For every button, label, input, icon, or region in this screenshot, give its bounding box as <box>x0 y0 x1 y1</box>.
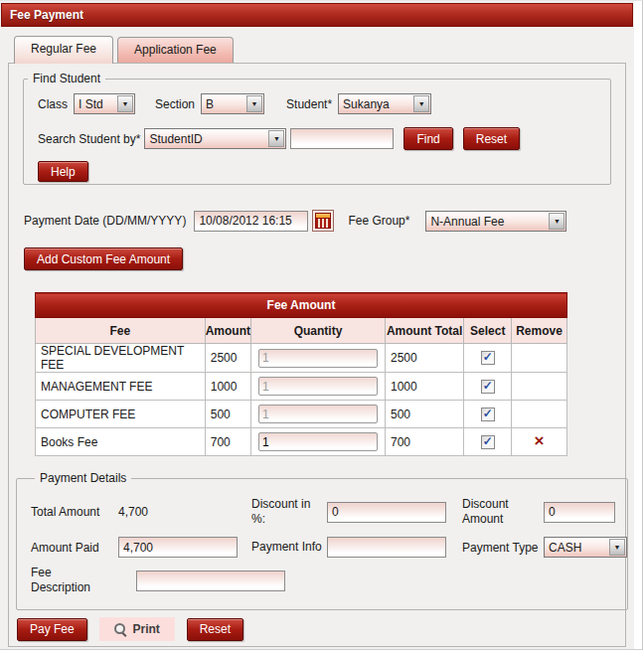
discount-pct-input[interactable] <box>327 502 446 523</box>
payment-details-row2: Amount Paid Payment Info Payment Type CA… <box>31 537 627 558</box>
column-header-amount-total: Amount Total <box>385 318 463 344</box>
checkmark-icon: ✓ <box>483 434 493 448</box>
pay-fee-button[interactable]: Pay Fee <box>17 618 87 641</box>
fee-group-select-value: N-Annual Fee <box>426 212 548 231</box>
fee-description-label: Fee Description <box>31 566 100 595</box>
amount-paid-input[interactable] <box>118 537 238 558</box>
payment-type-select[interactable]: CASH ▼ <box>544 537 627 558</box>
quantity-input[interactable] <box>258 405 378 423</box>
quantity-input[interactable] <box>258 349 378 368</box>
calendar-icon[interactable] <box>312 210 334 232</box>
window-title: Fee Payment <box>10 8 83 22</box>
find-button[interactable]: Find <box>403 127 452 150</box>
chevron-down-icon: ▼ <box>246 95 262 112</box>
search-by-select-value: StudentID <box>145 129 267 148</box>
fee-name-cell: MANAGEMENT FEE <box>36 373 206 401</box>
fee-amount-total-cell: 2500 <box>385 344 463 373</box>
payment-details-row3: Fee Description <box>31 566 627 595</box>
tab-application-fee[interactable]: Application Fee <box>117 37 234 63</box>
reset-search-button[interactable]: Reset <box>463 127 520 150</box>
table-row: Books Fee 700 700 ✓ × <box>36 428 567 456</box>
fee-payment-window: Fee Payment Regular Fee Application Fee … <box>0 1 634 649</box>
chevron-down-icon: ▼ <box>117 95 133 112</box>
fee-amount-cell: 500 <box>205 401 250 428</box>
table-row: COMPUTER FEE 500 500 ✓ × <box>36 401 567 428</box>
payment-info-input[interactable] <box>327 537 446 558</box>
fee-amount-total-cell: 500 <box>385 401 463 428</box>
page-frame: Fee Payment Regular Fee Application Fee … <box>0 0 643 650</box>
print-button-label: Print <box>133 622 160 636</box>
student-select[interactable]: Sukanya ▼ <box>338 93 431 114</box>
fee-name-cell: SPECIAL DEVELOPMENT FEE <box>36 344 206 373</box>
column-header-remove: Remove <box>512 318 567 344</box>
section-select[interactable]: B ▼ <box>201 93 264 114</box>
select-checkbox[interactable]: ✓ <box>481 351 495 365</box>
class-label: Class <box>38 97 68 111</box>
fee-name-cell: Books Fee <box>36 428 206 456</box>
add-custom-fee-button[interactable]: Add Custom Fee Amount <box>24 247 183 270</box>
fee-table: Fee Amount Fee Amount Quantity Amount To… <box>35 292 567 456</box>
quantity-input[interactable] <box>258 377 378 396</box>
window-titlebar: Fee Payment <box>1 3 633 27</box>
magnifier-icon <box>114 623 126 635</box>
checkmark-icon: ✓ <box>483 379 493 393</box>
fee-group-select[interactable]: N-Annual Fee ▼ <box>425 211 566 232</box>
chevron-down-icon: ▼ <box>609 539 625 556</box>
column-header-amount: Amount <box>205 318 250 344</box>
help-button[interactable]: Help <box>38 161 88 182</box>
discount-pct-label: Discount in %: <box>251 497 327 527</box>
discount-amount-input[interactable] <box>544 502 615 523</box>
search-input[interactable] <box>290 128 394 149</box>
remove-icon[interactable]: × <box>535 431 545 450</box>
tab-regular-fee[interactable]: Regular Fee <box>14 36 113 64</box>
fee-group-label: Fee Group* <box>348 214 409 228</box>
find-student-fieldset: Find Student Class I Std ▼ Section B ▼ S… <box>23 72 611 185</box>
amount-paid-label: Amount Paid <box>31 541 118 555</box>
select-checkbox[interactable]: ✓ <box>481 435 495 449</box>
class-select[interactable]: I Std ▼ <box>74 93 135 114</box>
chevron-down-icon: ▼ <box>549 213 564 230</box>
total-amount-value: 4,700 <box>118 505 148 519</box>
select-checkbox[interactable]: ✓ <box>481 408 495 421</box>
quantity-input[interactable] <box>258 432 378 451</box>
find-student-row3: Help <box>24 161 610 182</box>
fee-table-body: SPECIAL DEVELOPMENT FEE 2500 2500 ✓ × MA… <box>36 344 567 456</box>
find-student-legend: Find Student <box>28 72 105 85</box>
table-row: MANAGEMENT FEE 1000 1000 ✓ × <box>36 373 567 401</box>
chevron-down-icon: ▼ <box>268 130 284 147</box>
search-by-select[interactable]: StudentID ▼ <box>144 128 286 149</box>
select-checkbox[interactable]: ✓ <box>481 380 495 394</box>
payment-date-input[interactable] <box>194 211 308 232</box>
payment-type-label: Payment Type <box>462 541 544 555</box>
section-label: Section <box>155 97 195 111</box>
fee-name-cell: COMPUTER FEE <box>36 401 206 428</box>
table-row: SPECIAL DEVELOPMENT FEE 2500 2500 ✓ × <box>36 344 567 373</box>
fee-description-input[interactable] <box>136 570 285 591</box>
find-student-row1: Class I Std ▼ Section B ▼ Student* Sukan… <box>24 93 610 114</box>
column-header-quantity: Quantity <box>251 318 386 344</box>
find-student-row2: Search Student by* StudentID ▼ Find Rese… <box>24 127 610 150</box>
fee-table-title: Fee Amount <box>36 293 567 318</box>
payment-details-legend: Payment Details <box>35 471 131 485</box>
fee-amount-total-cell: 1000 <box>385 373 463 401</box>
tab-panel: Find Student Class I Std ▼ Section B ▼ S… <box>8 63 626 647</box>
column-header-select: Select <box>464 318 512 344</box>
student-label: Student* <box>286 97 332 111</box>
section-select-value: B <box>202 94 245 113</box>
checkmark-icon: ✓ <box>483 407 493 420</box>
fee-amount-cell: 1000 <box>205 373 250 401</box>
fee-amount-total-cell: 700 <box>385 428 463 456</box>
payment-date-row: Payment Date (DD/MM/YYYY) Fee Group* N-A… <box>24 210 625 232</box>
footer-actions: Pay Fee Print Reset <box>17 617 625 641</box>
payment-info-label: Payment Info <box>251 540 327 555</box>
fee-amount-cell: 2500 <box>205 344 250 373</box>
print-button[interactable]: Print <box>99 617 175 641</box>
payment-details-row1: Total Amount 4,700 Discount in %: Discou… <box>31 497 627 527</box>
add-custom-row: Add Custom Fee Amount <box>24 247 625 270</box>
payment-date-label: Payment Date (DD/MM/YYYY) <box>24 214 186 228</box>
student-select-value: Sukanya <box>339 94 412 113</box>
fee-table-header-row: Fee Amount Quantity Amount Total Select … <box>36 318 567 344</box>
tab-bar: Regular Fee Application Fee <box>14 36 633 63</box>
reset-form-button[interactable]: Reset <box>187 618 243 641</box>
chevron-down-icon: ▼ <box>413 95 429 112</box>
